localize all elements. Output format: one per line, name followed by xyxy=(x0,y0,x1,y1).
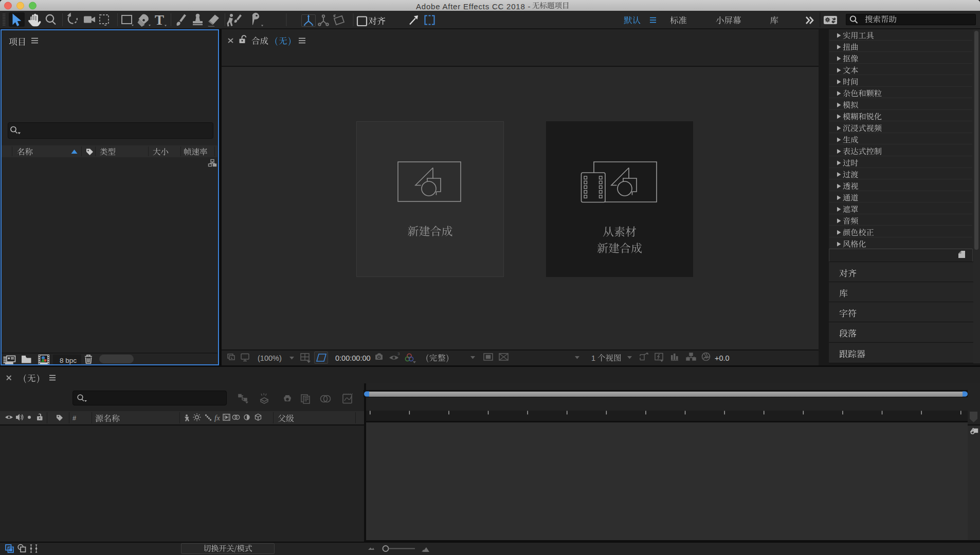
svg-text:#: # xyxy=(72,414,77,422)
svg-text:T: T xyxy=(155,12,164,28)
svg-text:3: 3 xyxy=(397,351,400,356)
svg-text:fx: fx xyxy=(214,414,220,422)
